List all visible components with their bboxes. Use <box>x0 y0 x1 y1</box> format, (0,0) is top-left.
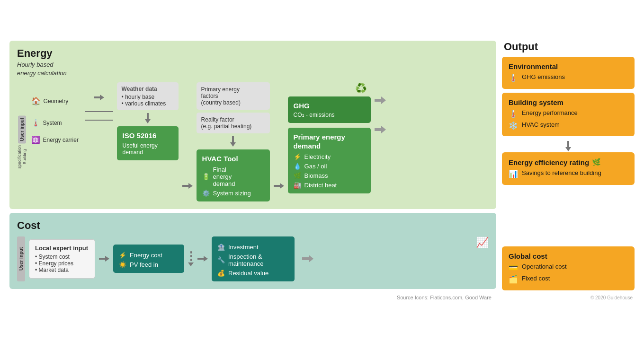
operational-cost-item: 💳 Operational cost <box>509 263 628 273</box>
output-building-card: Building system 🌡️ Energy performance ❄️… <box>502 93 635 137</box>
savings-label: Savings to reference building <box>522 169 601 177</box>
geometry-label: Geometry <box>44 98 69 105</box>
electricity-icon: ⚡ <box>294 153 301 160</box>
pv-icon: ☀️ <box>119 261 126 268</box>
iso-box: ISO 52016 Useful energydemand <box>117 126 179 160</box>
arrow-to-global-cost <box>302 254 313 263</box>
arrow-energycost-investment <box>197 255 208 262</box>
energy-performance-label: Energy performance <box>522 109 578 117</box>
output-title: Output <box>502 41 635 53</box>
primary-factors-text: Primary energyfactors(country based) <box>201 86 241 106</box>
right-col: ♻️ GHG CO₂ - emissions Primary energydem… <box>288 82 371 193</box>
arrow-hvac-primary <box>274 183 284 191</box>
line-system <box>85 111 113 112</box>
output-environmental-card: Environmental 🌡️ GHG emissions <box>502 57 635 89</box>
energy-performance-item: 🌡️ Energy performance <box>509 109 628 119</box>
copyright-text: © 2020 Guidehouse <box>502 295 635 300</box>
inspection-icon: 🔧 <box>217 256 225 263</box>
user-input-label: User input <box>18 115 26 143</box>
efficiency-title-text: Energy efficiency rating <box>509 158 589 166</box>
ghg-box: GHG CO₂ - emissions <box>288 96 371 123</box>
battery-icon: 🔋 <box>202 173 210 180</box>
reality-factor-text: Reality factor(e.g. partial heating) <box>201 116 252 130</box>
environmental-title: Environmental <box>509 62 628 70</box>
investment-icon: 🏦 <box>217 244 225 251</box>
weather-box: Weather data • hourly base • various cli… <box>117 82 179 110</box>
building-system-title: Building system <box>509 98 628 106</box>
weather-title: Weather data <box>122 86 174 92</box>
global-cost-title: Global cost <box>509 252 628 260</box>
spacer <box>375 108 386 122</box>
operational-icon: 💳 <box>509 263 518 273</box>
source-text: Source Icons: Flaticons.com, Good Ware <box>9 295 493 300</box>
fixed-cost-item: 🗂️ Fixed cost <box>509 275 628 285</box>
district-heat-item: 🏭 District heat <box>294 182 365 189</box>
weather-item-2: • various climates <box>122 100 174 107</box>
local-expert-title: Local expert input <box>35 245 89 252</box>
reality-factor-box: Reality factor(e.g. partial heating) <box>197 113 270 133</box>
output-section: Output Environmental 🌡️ GHG emissions Bu… <box>502 41 635 300</box>
biomass-item: 🌿 Biomass <box>294 172 365 179</box>
fixed-cost-label: Fixed cost <box>522 275 550 283</box>
primary-energy-box: Primary energydemand ⚡ Electricity 💧 Gas… <box>288 128 371 193</box>
output-global-cost-card: Global cost 💳 Operational cost 🗂️ Fixed … <box>502 246 635 290</box>
cost-icon-area: 📈 <box>476 236 489 249</box>
user-input-bar-cost: User input <box>17 236 25 281</box>
local-expert-item-3: • Market data <box>35 267 89 273</box>
arrow-local-energy-cost <box>99 255 109 262</box>
energy-subtitle: Hourly basedenergy calculation <box>17 61 67 78</box>
diagram-wrapper: Energy Hourly basedenergy calculation Us… <box>9 41 635 300</box>
arrow-ghg-output <box>375 96 386 105</box>
pv-feed-item: ☀️ PV feed in <box>119 261 179 268</box>
investment-item: 🏦 Investment <box>217 244 289 251</box>
local-expert-item-2: • Energy prices <box>35 260 89 267</box>
main-area: Energy Hourly basedenergy calculation Us… <box>9 41 496 300</box>
fixed-cost-icon: 🗂️ <box>509 275 518 285</box>
cost-title: Cost <box>17 219 489 232</box>
cost-section: Cost User input Local expert input • Sys… <box>9 213 496 289</box>
iso-col: Weather data • hourly base • various cli… <box>117 82 179 160</box>
efficiency-title-row: Energy efficiency rating 🌿 <box>509 158 628 166</box>
savings-icon: 📊 <box>509 169 518 179</box>
energy-section: Energy Hourly basedenergy calculation Us… <box>9 41 496 209</box>
energy-cost-icon: ⚡ <box>119 252 126 259</box>
user-input-bar-energy: User input Buildingspecification <box>17 82 27 201</box>
geometry-item: 🏠 Geometry <box>31 96 81 105</box>
ghg-subtitle: CO₂ - emissions <box>294 112 365 118</box>
energy-perf-icon: 🌡️ <box>509 109 518 119</box>
hvac-system-label: HVAC system <box>522 121 560 129</box>
output-efficiency-card: Energy efficiency rating 🌿 📊 Savings to … <box>502 152 635 185</box>
weather-item-1: • hourly base <box>122 94 174 100</box>
system-label: System <box>43 120 62 126</box>
cost-inner: User input Local expert input • System c… <box>17 236 489 281</box>
ghg-icon-area: ♻️ <box>288 82 371 94</box>
energy-title: Energy <box>17 47 67 60</box>
hvac-box: HVAC Tool 🔋 Finalenergydemand ⚙️ System … <box>197 149 270 201</box>
house-icon: 🏠 <box>31 96 41 105</box>
weather-arrow-down <box>117 113 179 123</box>
center-col: Primary energyfactors(country based) Rea… <box>197 82 270 201</box>
primary-factors-box: Primary energyfactors(country based) <box>197 82 270 110</box>
energy-inputs-col: 🏠 Geometry 🌡️ System ⚛️ Energy carrier <box>31 82 81 144</box>
hvac-to-cost-arrow <box>188 251 194 266</box>
energy-carrier-item: ⚛️ Energy carrier <box>31 136 81 144</box>
sizing-icon: ⚙️ <box>202 190 210 197</box>
operational-cost-label: Operational cost <box>522 263 567 271</box>
hvac-item-1: 🔋 Finalenergydemand <box>202 166 264 187</box>
system-icon: 🌡️ <box>31 119 40 127</box>
residual-icon: 💰 <box>217 270 225 277</box>
hvac-system-item: ❄️ HVAC system <box>509 121 628 131</box>
energy-carrier-icon: ⚛️ <box>31 136 40 144</box>
line-carrier <box>85 120 113 121</box>
iso-subtitle: Useful energydemand <box>123 142 173 156</box>
hvac-title: HVAC Tool <box>202 154 264 164</box>
local-expert-box: Local expert input • System cost • Energ… <box>29 239 95 279</box>
local-expert-item-1: • System cost <box>35 254 89 260</box>
output-arrows-energy <box>375 82 386 134</box>
building-to-efficiency-arrow <box>502 141 635 151</box>
energy-cost-box: ⚡ Energy cost ☀️ PV feed in <box>113 245 184 273</box>
building-spec-label: Buildingspecification <box>17 145 27 169</box>
electricity-item: ⚡ Electricity <box>294 153 365 160</box>
hvac-output-icon: ❄️ <box>509 121 518 131</box>
district-icon: 🏭 <box>294 182 301 189</box>
